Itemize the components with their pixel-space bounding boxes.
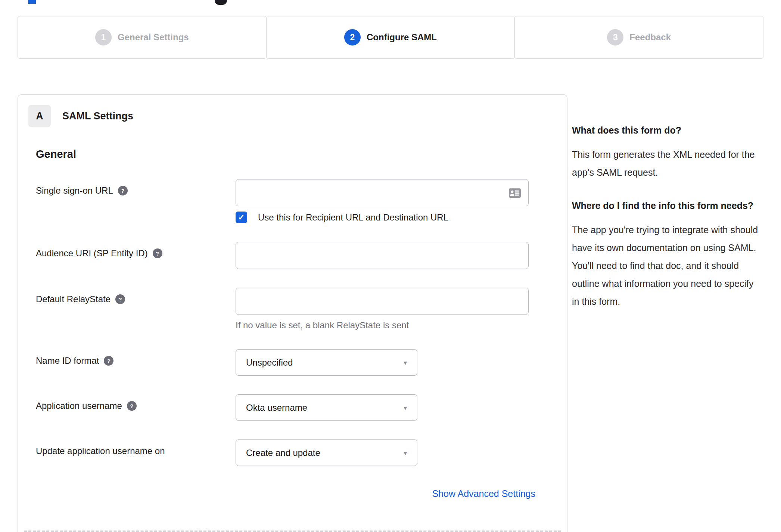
audience-uri-control <box>236 242 535 269</box>
name-id-format-selected-value: Unspecified <box>246 357 293 368</box>
help-icon[interactable]: ? <box>118 186 128 195</box>
name-id-format-select[interactable]: Unspecified ▼ <box>236 349 417 376</box>
dashed-divider <box>24 531 561 532</box>
recipient-url-checkbox[interactable]: ✓ <box>236 212 247 223</box>
recipient-url-checkbox-row: ✓ Use this for Recipient URL and Destina… <box>236 212 535 223</box>
chevron-down-icon: ▼ <box>402 450 408 456</box>
app-username-control: Okta username ▼ <box>236 394 535 421</box>
help-icon[interactable]: ? <box>127 401 137 411</box>
saml-settings-panel: A SAML Settings General Single sign-on U… <box>18 94 567 532</box>
app-username-selected-value: Okta username <box>246 403 307 413</box>
relay-state-label-wrap: Default RelayState ? <box>36 288 236 331</box>
step-number-badge: 2 <box>344 29 361 46</box>
relay-state-control: If no value is set, a blank RelayState i… <box>236 288 535 331</box>
audience-uri-row: Audience URI (SP Entity ID) ? <box>36 242 535 269</box>
sso-url-input-wrap <box>236 179 529 206</box>
sso-url-label-wrap: Single sign-on URL ? <box>36 179 236 223</box>
app-username-row: Application username ? Okta username ▼ <box>36 394 535 421</box>
sso-url-row: Single sign-on URL ? ✓ <box>36 179 535 223</box>
chevron-down-icon: ▼ <box>402 359 408 366</box>
main-content: A SAML Settings General Single sign-on U… <box>18 94 763 532</box>
cutoff-title-fragment <box>28 0 36 4</box>
sso-url-input[interactable] <box>236 179 528 206</box>
wizard-stepper: 1 General Settings 2 Configure SAML 3 Fe… <box>18 16 763 59</box>
step-general-settings[interactable]: 1 General Settings <box>18 16 267 59</box>
relay-state-helper-text: If no value is set, a blank RelayState i… <box>236 320 535 331</box>
app-username-label-wrap: Application username ? <box>36 394 236 421</box>
name-id-format-control: Unspecified ▼ <box>236 349 535 376</box>
sidebar-text-what: This form generates the XML needed for t… <box>572 145 763 181</box>
step-label: Configure SAML <box>367 32 437 43</box>
show-advanced-settings-link[interactable]: Show Advanced Settings <box>432 488 535 499</box>
update-app-username-control: Create and update ▼ <box>236 439 535 466</box>
audience-uri-label-wrap: Audience URI (SP Entity ID) ? <box>36 242 236 269</box>
update-app-username-row: Update application username on Create an… <box>36 439 535 466</box>
update-app-username-label-wrap: Update application username on <box>36 439 236 466</box>
general-section-heading: General <box>36 148 535 160</box>
step-feedback[interactable]: 3 Feedback <box>514 16 763 59</box>
update-app-username-label: Update application username on <box>36 445 165 457</box>
recipient-url-checkbox-label: Use this for Recipient URL and Destinati… <box>258 212 448 223</box>
panel-title: SAML Settings <box>62 110 133 122</box>
help-icon[interactable]: ? <box>115 294 125 304</box>
audience-uri-input[interactable] <box>236 242 528 269</box>
help-icon[interactable]: ? <box>104 356 113 366</box>
step-configure-saml[interactable]: 2 Configure SAML <box>266 16 515 59</box>
relay-state-label: Default RelayState <box>36 294 111 305</box>
sso-url-control: ✓ Use this for Recipient URL and Destina… <box>236 179 535 223</box>
name-id-format-label: Name ID format <box>36 355 99 366</box>
step-number-badge: 1 <box>95 29 112 46</box>
help-sidebar: What does this form do? This form genera… <box>572 94 763 532</box>
step-label: Feedback <box>629 32 671 43</box>
sidebar-heading-what: What does this form do? <box>572 123 763 137</box>
sidebar-heading-where: Where do I find the info this form needs… <box>572 198 763 213</box>
advanced-settings-row: Show Advanced Settings <box>28 488 535 499</box>
name-id-format-label-wrap: Name ID format ? <box>36 349 236 376</box>
help-icon[interactable]: ? <box>153 248 162 258</box>
update-app-username-selected-value: Create and update <box>246 448 320 458</box>
relay-state-input[interactable] <box>236 288 528 314</box>
chevron-down-icon: ▼ <box>402 404 408 411</box>
name-id-format-row: Name ID format ? Unspecified ▼ <box>36 349 535 376</box>
update-app-username-select[interactable]: Create and update ▼ <box>236 439 417 466</box>
app-username-label: Application username <box>36 400 122 411</box>
app-username-select[interactable]: Okta username ▼ <box>236 394 417 421</box>
sidebar-text-where: The app you're trying to integrate with … <box>572 221 763 310</box>
panel-header: A SAML Settings <box>28 105 535 127</box>
section-a-badge: A <box>28 105 51 127</box>
step-number-badge: 3 <box>607 29 623 46</box>
contact-card-icon[interactable] <box>509 188 521 198</box>
relay-state-row: Default RelayState ? If no value is set,… <box>36 288 535 331</box>
step-label: General Settings <box>118 32 189 43</box>
audience-uri-input-wrap <box>236 242 529 269</box>
cutoff-logo-fragment <box>215 0 227 5</box>
relay-state-input-wrap <box>236 288 529 315</box>
sso-url-label: Single sign-on URL <box>36 185 113 196</box>
audience-uri-label: Audience URI (SP Entity ID) <box>36 248 148 259</box>
